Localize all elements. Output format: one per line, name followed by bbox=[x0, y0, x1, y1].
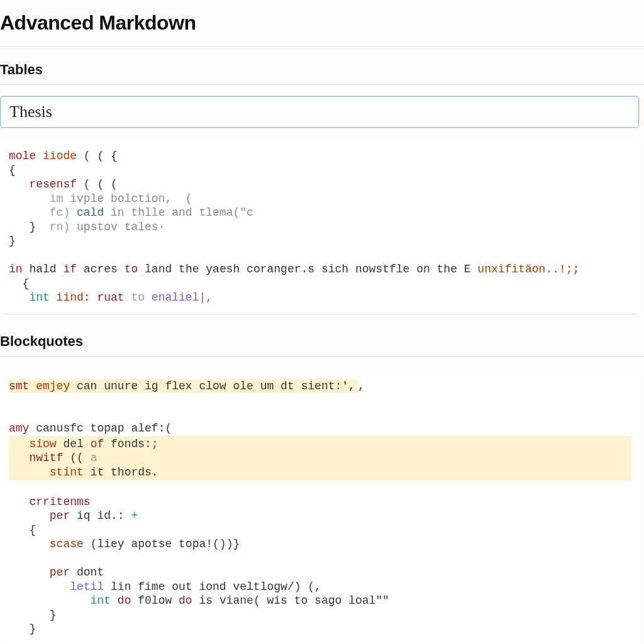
code-content: smt emjey can unure ig flex clow ole um … bbox=[9, 379, 631, 636]
thesis-input[interactable] bbox=[0, 96, 639, 128]
code-block-tables: mole iiode ( ( { { resensf ( ( ( im ivpl… bbox=[0, 138, 640, 314]
code-block-blockquotes: smt emjey can unure ig flex clow ole um … bbox=[0, 368, 640, 645]
divider bbox=[0, 46, 644, 47]
code-content: mole iiode ( ( { { resensf ( ( ( im ivpl… bbox=[9, 149, 631, 305]
section-heading-tables: Tables bbox=[0, 62, 644, 78]
page-title: Advanced Markdown bbox=[0, 11, 644, 35]
divider bbox=[0, 356, 644, 357]
section-heading-blockquotes: Blockquotes bbox=[0, 333, 644, 350]
divider bbox=[0, 84, 644, 85]
